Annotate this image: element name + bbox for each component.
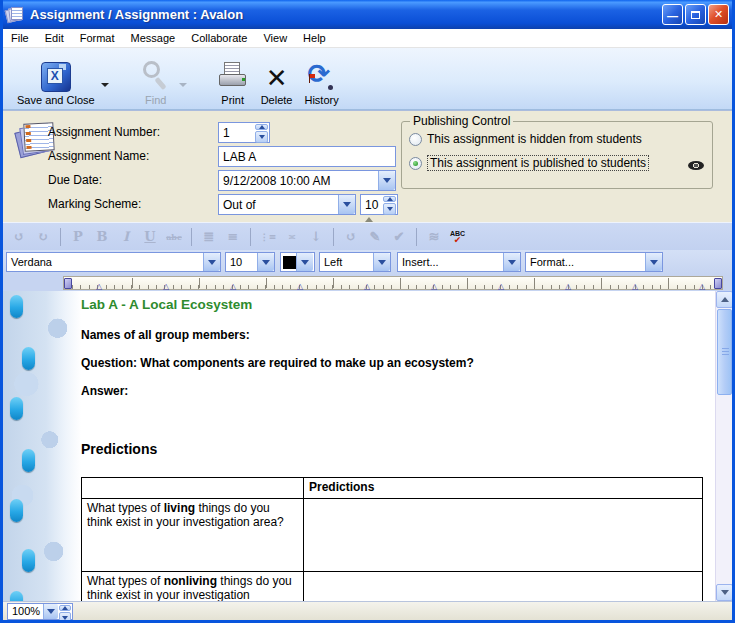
vertical-scrollbar[interactable] bbox=[715, 291, 732, 601]
zoom-up-button[interactable] bbox=[59, 605, 71, 611]
history-icon: ⟳ bbox=[306, 62, 338, 92]
chevron-down-icon bbox=[378, 171, 395, 190]
doc-section-heading: Predictions bbox=[81, 441, 157, 457]
hidden-option-row[interactable]: This assignment is hidden from students bbox=[409, 132, 642, 146]
marking-points-spinner[interactable]: 10 bbox=[360, 194, 398, 215]
hidden-radio[interactable] bbox=[409, 133, 422, 146]
paragraph-icon[interactable]: P bbox=[68, 229, 88, 244]
zoom-down-button[interactable] bbox=[59, 612, 71, 623]
spiral-ring-icon bbox=[10, 397, 23, 420]
predictions-table: Predictions What types of living things … bbox=[81, 477, 703, 601]
points-down-button[interactable] bbox=[383, 203, 396, 215]
accept-edit-icon[interactable]: ✔ bbox=[389, 229, 409, 244]
spiral-ring-icon bbox=[10, 295, 23, 318]
strikethrough-icon[interactable]: abc bbox=[164, 232, 184, 242]
chevron-down-icon bbox=[373, 253, 390, 271]
font-family-dropdown[interactable]: Verdana bbox=[6, 252, 221, 272]
save-dropdown-arrow[interactable] bbox=[101, 58, 115, 108]
find-button[interactable]: Find bbox=[133, 52, 179, 108]
published-radio[interactable] bbox=[409, 157, 422, 170]
pen-icon[interactable]: ✎ bbox=[365, 229, 385, 244]
scroll-up-button[interactable] bbox=[716, 291, 732, 308]
chevron-down-icon bbox=[296, 253, 313, 271]
delete-button[interactable]: ✕ Delete bbox=[255, 52, 299, 108]
print-button[interactable]: Print bbox=[211, 52, 255, 108]
chevron-down-icon[interactable] bbox=[43, 604, 58, 619]
undo-icon[interactable]: ↺ bbox=[9, 229, 29, 244]
signature-icon[interactable]: ≋ bbox=[424, 229, 444, 244]
zoom-control[interactable]: 100% bbox=[7, 603, 73, 620]
notebook-spine bbox=[3, 291, 81, 601]
redo-icon[interactable]: ↻ bbox=[33, 229, 53, 244]
formatting-toolbar: ↺ ↻ P B I U abc ≣ ≡ ⋮≡ ≍ ↓ ↺ ✎ ✔ ≋ ABC ✔ bbox=[3, 222, 732, 250]
save-and-close-button[interactable]: X Save and Close bbox=[11, 52, 101, 108]
marking-scheme-dropdown[interactable]: Out of bbox=[218, 194, 356, 215]
alignment-dropdown[interactable]: Left bbox=[319, 252, 391, 272]
ruler-ticks: △△△△△△△△△△ bbox=[72, 277, 712, 289]
scroll-down-button[interactable] bbox=[716, 584, 732, 601]
points-up-button[interactable] bbox=[383, 196, 396, 202]
move-down-icon[interactable]: ↓ bbox=[306, 229, 326, 244]
font-color-dropdown[interactable] bbox=[280, 252, 315, 272]
menu-view[interactable]: View bbox=[255, 31, 295, 45]
chevron-down-icon bbox=[645, 253, 662, 271]
menu-file[interactable]: File bbox=[3, 31, 37, 45]
bold-icon[interactable]: B bbox=[92, 229, 112, 244]
underline-icon[interactable]: U bbox=[140, 229, 160, 244]
published-option-row[interactable]: This assignment is published to students bbox=[409, 155, 649, 171]
main-toolbar: X Save and Close Find Print ✕ Delete ⟳ H… bbox=[3, 48, 732, 110]
line-spacing-icon[interactable]: ≍ bbox=[282, 232, 302, 242]
left-margin-marker[interactable] bbox=[64, 278, 72, 289]
chevron-down-icon bbox=[338, 195, 355, 214]
answer-cell[interactable] bbox=[304, 499, 703, 572]
printer-icon bbox=[217, 62, 249, 92]
eye-icon bbox=[688, 161, 704, 170]
menu-help[interactable]: Help bbox=[295, 31, 334, 45]
italic-icon[interactable]: I bbox=[116, 229, 136, 244]
bullet-list-icon[interactable]: ≣ bbox=[199, 229, 219, 244]
doc-names-line: Names of all group members: bbox=[81, 328, 250, 342]
menu-edit[interactable]: Edit bbox=[37, 31, 72, 45]
scrollbar-thumb[interactable] bbox=[717, 309, 732, 395]
spiral-ring-icon bbox=[22, 549, 35, 572]
marking-scheme-label: Marking Scheme: bbox=[48, 197, 141, 211]
insert-dropdown[interactable]: Insert... bbox=[397, 252, 521, 272]
close-button[interactable]: ✕ bbox=[708, 4, 729, 25]
color-swatch bbox=[283, 256, 296, 269]
table-row: What types of living things do you think… bbox=[82, 499, 703, 572]
number-down-button[interactable] bbox=[255, 131, 268, 143]
menu-bar: File Edit Format Message Collaborate Vie… bbox=[3, 29, 732, 48]
document-page[interactable]: Lab A - A Local Ecosystem Names of all g… bbox=[81, 291, 715, 601]
history-button[interactable]: ⟳ History bbox=[298, 52, 344, 108]
rotate-icon[interactable]: ↺ bbox=[341, 229, 361, 244]
spiral-ring-icon bbox=[10, 591, 23, 601]
menu-format[interactable]: Format bbox=[72, 31, 123, 45]
due-date-label: Due Date: bbox=[48, 173, 102, 187]
right-margin-marker[interactable] bbox=[714, 278, 722, 289]
search-icon bbox=[139, 60, 173, 92]
app-window: Assignment / Assignment : Avalon — ✕ Fil… bbox=[0, 0, 735, 623]
answer-cell[interactable] bbox=[304, 572, 703, 602]
assignment-name-input[interactable]: LAB A bbox=[218, 146, 396, 167]
spellcheck-icon[interactable]: ABC ✔ bbox=[450, 231, 465, 243]
menu-message[interactable]: Message bbox=[123, 31, 184, 45]
font-size-dropdown[interactable]: 10 bbox=[225, 252, 275, 272]
indent-icon[interactable]: ⋮≡ bbox=[258, 232, 278, 242]
ruler-bar: △△△△△△△△△△ bbox=[3, 275, 732, 291]
assignment-number-label: Assignment Number: bbox=[48, 125, 160, 139]
hidden-radio-label: This assignment is hidden from students bbox=[427, 132, 642, 146]
format-dropdown[interactable]: Format... bbox=[525, 252, 663, 272]
assignment-number-spinner[interactable]: 1 bbox=[218, 122, 270, 143]
find-dropdown-arrow[interactable] bbox=[179, 58, 193, 108]
editor-content: Lab A - A Local Ecosystem Names of all g… bbox=[3, 291, 732, 601]
due-date-dropdown[interactable]: 9/12/2008 10:00 AM bbox=[218, 170, 396, 191]
table-row: What types of nonliving things do you th… bbox=[82, 572, 703, 602]
publishing-control-title: Publishing Control bbox=[410, 114, 513, 128]
menu-collaborate[interactable]: Collaborate bbox=[183, 31, 255, 45]
minimize-button[interactable]: — bbox=[662, 4, 683, 25]
number-up-button[interactable] bbox=[255, 124, 268, 130]
numbered-list-icon[interactable]: ≡ bbox=[223, 229, 243, 244]
spiral-ring-icon bbox=[22, 347, 35, 370]
maximize-button[interactable] bbox=[685, 4, 706, 25]
splitter-grip[interactable] bbox=[365, 213, 373, 222]
